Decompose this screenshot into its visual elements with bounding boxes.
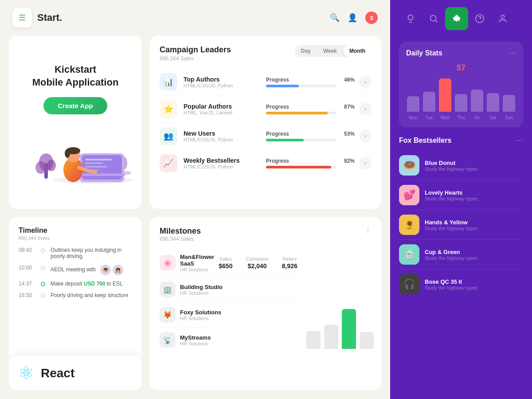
- new-users-progress: Progress53%: [266, 131, 355, 141]
- daily-bar-mon: [407, 96, 419, 112]
- sidebar-icon-user[interactable]: [491, 7, 514, 30]
- chevron-btn-1[interactable]: ›: [359, 76, 372, 88]
- daily-stats-menu-icon[interactable]: ⋯: [509, 49, 516, 57]
- timeline-item-3: 14:37 Make deposit USD 700 to ESL: [19, 281, 132, 287]
- progress-label-2: Progress87%: [266, 104, 355, 110]
- timeline-text-2: AEOL meeting with 👦 👧: [51, 265, 132, 275]
- milestones-title: Milestones: [160, 227, 201, 236]
- milestone-row-2: 🏢 Building Studio HR Solutions: [160, 277, 297, 302]
- new-users-name: New Users: [184, 130, 266, 137]
- timeline-time-3: 14:37: [19, 281, 35, 287]
- new-users-icon: 👥: [160, 127, 177, 145]
- daily-bar-tue: [423, 92, 435, 112]
- header-right: 🔍 👤 3: [330, 12, 378, 24]
- daily-peak-value: 57: [406, 63, 516, 73]
- notification-badge[interactable]: 3: [365, 12, 378, 24]
- milestone-info-2: Building Studio HR Solutions: [180, 284, 297, 296]
- timeline-title: Timeline: [19, 227, 132, 235]
- user-icon[interactable]: 👤: [348, 13, 357, 23]
- logo-box: ☰: [12, 8, 32, 27]
- fox-item-cup-green[interactable]: 🍵 Cup & Green Study the highway types: [399, 240, 523, 270]
- campaign-row-popular-authors: ⭐ Popular Authors HTML, VueJS, Laravel P…: [160, 96, 372, 123]
- label-thu: Thu: [455, 115, 467, 120]
- campaign-header: Campaign Leaders 890,344 Sales Day Week …: [160, 45, 372, 62]
- tab-day[interactable]: Day: [295, 45, 317, 57]
- daily-chart: [406, 76, 516, 112]
- milestones-menu-icon[interactable]: ⋮: [364, 227, 372, 235]
- svg-point-3: [35, 161, 46, 174]
- stat-commission-val-1: $2,040: [246, 262, 268, 270]
- sidebar-icon-lightbulb[interactable]: [399, 7, 422, 30]
- stat-refers-val-1: 8,926: [282, 262, 297, 270]
- timeline-dot-4: [41, 293, 45, 298]
- milestone-sub-2: HR Solutions: [180, 290, 297, 296]
- fox-bestsellers-header: Fox Bestsellers ⋯: [399, 136, 523, 145]
- stat-refers-1: Refers 8,926: [282, 256, 297, 270]
- campaign-row-top-authors: 📊 Top Authors HTML/CSS/JS, Python Progre…: [160, 69, 372, 96]
- fox-thumb-hands-yellow: 🌻: [399, 215, 419, 235]
- milestones-header: Milestones 890,344 Sales ⋮: [160, 227, 372, 242]
- tab-group: Day Week Month: [295, 45, 372, 57]
- sidebar-icon-fox[interactable]: [445, 7, 468, 30]
- milestone-icon-3: 🦊: [160, 307, 176, 323]
- milestone-stats-1: Sales $650 Comission $2,040 Refers 8,926: [219, 256, 297, 270]
- timeline-time-1: 08:42: [19, 247, 35, 253]
- fox-thumb-bose: 🎧: [399, 274, 419, 294]
- timeline-time-4: 16:50: [19, 292, 35, 298]
- fox-name-cup-green: Cup & Green: [425, 249, 477, 255]
- top-authors-progress: Progress46%: [266, 77, 355, 87]
- top-authors-icon: 📊: [160, 73, 177, 91]
- search-icon[interactable]: 🔍: [330, 13, 340, 23]
- fox-sub-blue-donut: Study the highway types: [425, 166, 477, 172]
- chevron-btn-4[interactable]: ›: [359, 157, 372, 169]
- mini-bar-1: [306, 331, 321, 349]
- milestone-row-1: 🌸 Man&Flower SaaS HR Solutions Sales $65…: [160, 249, 297, 277]
- timeline-card: Timeline 890,344 Sales 08:42 Outlines ke…: [9, 217, 142, 390]
- progress-bar-fill-1: [266, 85, 299, 87]
- milestone-icon-4: 📡: [160, 332, 176, 348]
- fox-sub-bose: Study the highway types: [425, 285, 477, 290]
- timeline-text-4: Poorly driving and keep structure: [51, 292, 132, 298]
- stat-commission-label: Comission: [246, 256, 268, 262]
- top-authors-name: Top Authors: [184, 76, 266, 83]
- stat-refers-label: Refers: [282, 256, 297, 262]
- timeline-item-1: 08:42 Outlines keep you indulging in poo…: [19, 247, 132, 259]
- chevron-btn-2[interactable]: ›: [359, 103, 372, 115]
- timeline-text-3: Make deposit USD 700 to ESL: [51, 281, 132, 287]
- chevron-btn-3[interactable]: ›: [359, 130, 372, 142]
- svg-rect-10: [85, 159, 112, 160]
- react-label: React: [41, 366, 74, 380]
- svg-point-18: [65, 149, 70, 158]
- tab-month[interactable]: Month: [343, 45, 372, 57]
- milestones-list: 🌸 Man&Flower SaaS HR Solutions Sales $65…: [160, 249, 297, 352]
- fox-bestsellers-menu-icon[interactable]: ⋯: [516, 136, 523, 145]
- sidebar-icon-search[interactable]: [422, 7, 445, 30]
- weekly-progress: Progress92%: [266, 158, 355, 168]
- create-app-button[interactable]: Create App: [43, 97, 107, 114]
- progress-label-4: Progress92%: [266, 158, 355, 164]
- fox-item-bose[interactable]: 🎧 Bose QC 35 II Study the highway types: [399, 270, 523, 299]
- progress-bar-fill-3: [266, 139, 304, 141]
- milestone-name-1: Man&Flower SaaS: [180, 254, 214, 267]
- campaign-title: Campaign Leaders: [160, 45, 231, 55]
- svg-line-20: [435, 20, 437, 22]
- progress-bar-bg-1: [266, 85, 337, 87]
- milestone-sub-3: HR Solutions: [180, 316, 297, 321]
- fox-item-lovely-hearts[interactable]: 💕 Lovely Hearts Study the highway types: [399, 180, 523, 210]
- tab-week[interactable]: Week: [317, 45, 343, 57]
- fox-thumb-lovely-hearts: 💕: [399, 185, 419, 205]
- mini-bar-4: [360, 332, 374, 349]
- new-users-tech: HTML/CSS/JS, Python: [184, 137, 266, 142]
- sidebar-icon-help[interactable]: [468, 7, 491, 30]
- fox-item-blue-donut[interactable]: 🍩 Blue Donut Study the highway types: [399, 151, 523, 180]
- milestones-mini-chart: [306, 249, 374, 352]
- progress-bar-bg-2: [266, 112, 337, 114]
- new-users-info: New Users HTML/CSS/JS, Python: [184, 130, 266, 142]
- progress-bar-bg-3: [266, 139, 337, 141]
- fox-sub-cup-green: Study the highway types: [425, 255, 477, 261]
- popular-authors-progress: Progress87%: [266, 104, 355, 114]
- milestone-icon-2: 🏢: [160, 282, 176, 297]
- daily-stats-title: Daily Stats: [406, 49, 442, 57]
- timeline-dot-2: [41, 266, 45, 270]
- fox-item-hands-yellow[interactable]: 🌻 Hands & Yellow Study the highway types: [399, 210, 523, 240]
